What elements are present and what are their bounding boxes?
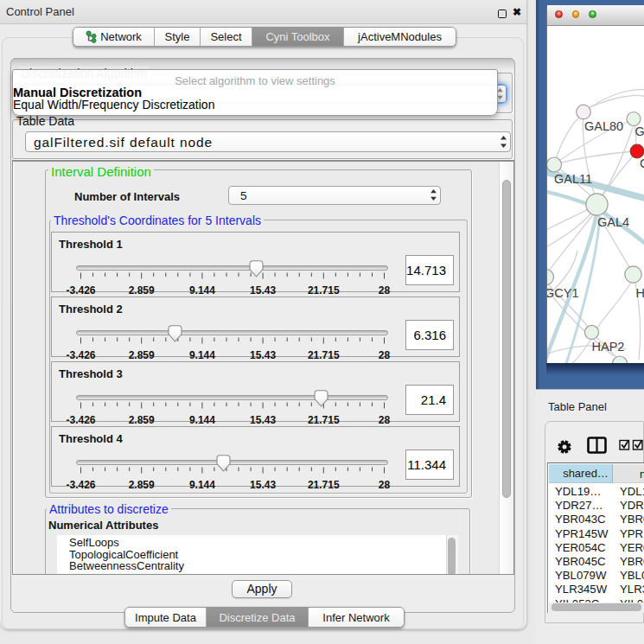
svg-text:GAL11: GAL11 (554, 172, 592, 186)
svg-text:HAP2: HAP2 (592, 340, 625, 354)
svg-text:GA: GA (635, 124, 644, 138)
svg-text:GAL4: GAL4 (597, 215, 629, 229)
svg-text:CD: CD (640, 156, 644, 170)
svg-text:GAL80: GAL80 (584, 119, 623, 133)
svg-text:GCY1: GCY1 (547, 286, 579, 300)
svg-text:HA: HA (636, 286, 644, 300)
